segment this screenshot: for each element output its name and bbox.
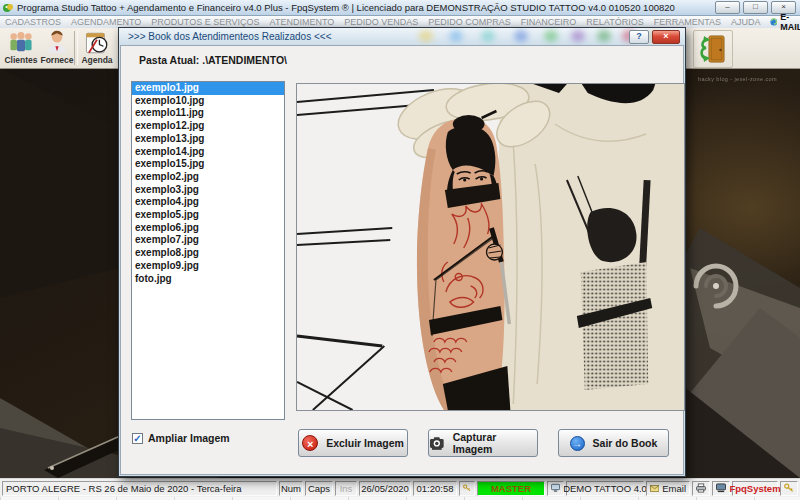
excluir-imagem-button[interactable]: × Excluir Imagem [298,429,408,457]
status-email: Email [646,481,690,496]
file-item[interactable]: exemplo13.jpg [132,133,284,146]
menu-item-1[interactable]: AGENDAMENTO [66,17,146,27]
app-icon [3,3,13,13]
status-computer-panel [547,481,564,496]
key-icon [784,483,794,493]
exit-door-icon [698,33,728,65]
toolbar-exit-button[interactable] [693,30,733,68]
menu-item-3[interactable]: ATENDIMENTO [265,17,340,27]
delete-icon: × [302,435,318,451]
menu-item-2[interactable]: PRODUTOS E SERVIÇOS [146,17,264,27]
dialog-titlebar[interactable]: >>> Book dos Atendimenteos Realizados <<… [119,28,685,45]
menu-item-email[interactable]: E-MAIL [766,12,800,32]
file-item[interactable]: exemplo14.jpg [132,146,284,159]
dialog-close-button[interactable]: × [652,30,680,44]
status-key-panel-2 [780,481,798,496]
menu-item-5[interactable]: PEDIDO COMPRAS [423,17,516,27]
file-list[interactable]: exemplo1.jpgexemplo10.jpgexemplo11.jpgex… [131,81,285,420]
status-display-panel [712,481,730,496]
status-caps: Caps [305,481,333,496]
maximize-button[interactable]: □ [743,1,768,14]
menu-item-9[interactable]: AJUDA [726,17,766,27]
dialog-title: >>> Book dos Atendimenteos Realizados <<… [119,31,331,42]
menu-bar-items: CADASTROSAGENDAMENTOPRODUTOS E SERVIÇOSA… [0,17,766,27]
key-icon [463,483,471,493]
menu-item-0[interactable]: CADASTROS [0,17,66,27]
capturar-imagem-button[interactable]: Capturar Imagem [428,429,538,457]
status-location: PORTO ALEGRE - RS 26 de Maio de 2020 - T… [2,481,277,496]
toolbar-fornecedor-button[interactable]: Fornece [42,28,72,68]
toolbar-separator [74,31,78,65]
tattoo-photo [297,84,684,410]
toolbar-agenda-button[interactable]: Agenda [80,28,114,68]
menu-item-7[interactable]: RELATÓRIOS [581,17,648,27]
status-product: DEMO TATTOO 4.0 [566,481,644,496]
checkmark-icon: ✓ [133,433,141,444]
dialog-body: Pasta Atual: .\ATENDIMENTO\ exemplo1.jpg… [120,45,684,475]
toolbar-clientes-button[interactable]: Clientes [0,28,42,68]
menu-item-4[interactable]: PEDIDO VENDAS [339,17,423,27]
status-bar: PORTO ALEGRE - RS 26 de Maio de 2020 - T… [0,478,800,497]
status-brand: FpqSystem [732,481,778,496]
file-item[interactable]: exemplo6.jpg [132,222,284,235]
file-item[interactable]: exemplo3.jpg [132,184,284,197]
status-ins: Ins [335,481,357,496]
book-dialog: >>> Book dos Atendimenteos Realizados <<… [118,27,686,477]
menu-item-8[interactable]: FERRAMENTAS [649,17,726,27]
status-printer-panel [692,481,710,496]
image-preview [296,83,685,411]
file-item[interactable]: exemplo8.jpg [132,247,284,260]
file-item[interactable]: exemplo4.jpg [132,196,284,209]
computer-icon [551,483,560,493]
status-num: Num [279,481,303,496]
minimize-button[interactable]: – [715,1,740,14]
file-item[interactable]: exemplo10.jpg [132,95,284,108]
status-key-panel [459,481,475,496]
printer-icon [696,483,706,493]
dialog-help-button[interactable]: ? [629,30,649,44]
window-title: Programa Studio Tattoo + Agendamento e F… [17,2,675,13]
display-icon [716,483,726,493]
status-user: MASTER [477,481,545,496]
main-titlebar[interactable]: Programa Studio Tattoo + Agendamento e F… [0,0,800,16]
file-item[interactable]: exemplo2.jpg [132,171,284,184]
status-date: 26/05/2020 [359,481,411,496]
status-time: 01:20:58 [413,481,457,496]
file-item[interactable]: exemplo5.jpg [132,209,284,222]
email-icon [770,17,778,27]
file-item[interactable]: exemplo1.jpg [132,82,284,95]
supplier-icon [44,30,70,56]
exit-arrow-icon: → [570,436,585,451]
file-item[interactable]: exemplo15.jpg [132,158,284,171]
file-item[interactable]: exemplo11.jpg [132,107,284,120]
sair-do-book-button[interactable]: → Sair do Book [558,429,669,457]
current-folder-label: Pasta Atual: .\ATENDIMENTO\ [139,54,287,66]
agenda-icon [84,30,110,56]
ampliar-label: Ampliar Imagem [148,432,230,444]
camera-icon [429,435,445,451]
file-item[interactable]: exemplo7.jpg [132,234,284,247]
file-item[interactable]: foto.jpg [132,273,284,286]
wallpaper-watermark: hacky blog - jexel-zone.com [698,76,777,82]
file-item[interactable]: exemplo12.jpg [132,120,284,133]
file-item[interactable]: exemplo9.jpg [132,260,284,273]
envelope-icon [650,484,659,493]
menu-item-6[interactable]: FINANCEIRO [516,17,582,27]
clients-icon [8,30,34,56]
app-window: Programa Studio Tattoo + Agendamento e F… [0,0,800,500]
ampliar-checkbox[interactable]: ✓ Ampliar Imagem [132,432,230,444]
